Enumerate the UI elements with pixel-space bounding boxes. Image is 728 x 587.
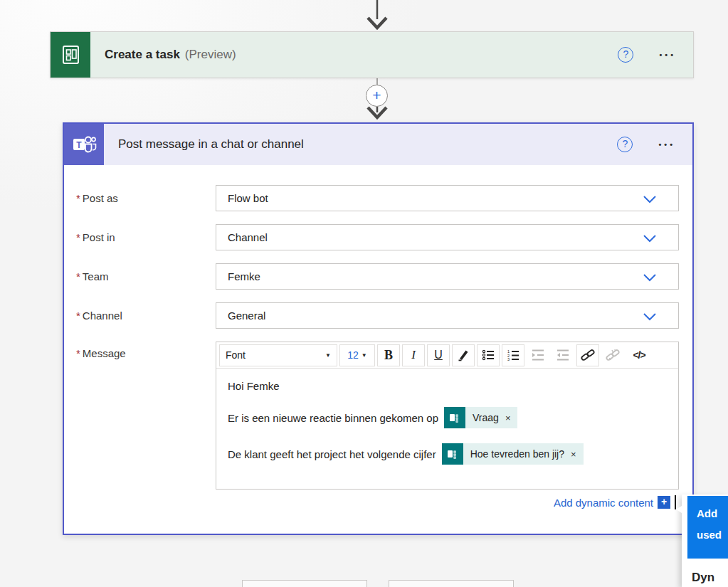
field-label-message: *Message: [76, 347, 204, 359]
unlink-icon: [606, 349, 620, 361]
more-options-icon[interactable]: •••: [658, 140, 675, 149]
post-in-dropdown[interactable]: Channel: [216, 224, 679, 250]
arrow-down-icon: [368, 18, 386, 28]
teaching-callout: Add used: [687, 496, 728, 559]
bullet-list-icon: [482, 349, 495, 361]
outdent-icon: [556, 349, 569, 361]
preview-badge: (Preview): [185, 48, 236, 62]
arrow-down-icon: [368, 107, 386, 117]
indent-button[interactable]: [527, 344, 549, 366]
required-marker: *: [76, 347, 80, 359]
caret-down-icon: ▼: [325, 352, 331, 359]
dropdown-value: Femke: [228, 270, 260, 282]
post-as-dropdown[interactable]: Flow bot: [216, 185, 679, 211]
highlight-pen-button[interactable]: [452, 344, 475, 366]
more-options-icon[interactable]: •••: [659, 51, 676, 59]
message-editor[interactable]: Font ▼ 12 ▼ B I U: [216, 342, 679, 490]
field-label-channel: *Channel: [76, 302, 204, 329]
font-size-value: 12: [347, 349, 359, 361]
numbered-list-button[interactable]: 1 2 3: [502, 344, 524, 366]
required-marker: *: [76, 270, 80, 282]
bottom-button-right[interactable]: [389, 580, 514, 587]
forms-icon: [444, 407, 465, 428]
planner-action-card[interactable]: Create a task (Preview) ? •••: [50, 31, 694, 78]
remove-tag-icon[interactable]: ×: [571, 449, 576, 460]
message-line-3-text: De klant geeft het project het volgende …: [228, 448, 436, 460]
team-dropdown[interactable]: Femke: [216, 263, 679, 290]
bullet-list-button[interactable]: [477, 344, 500, 366]
insert-step-button[interactable]: +: [366, 85, 388, 107]
tag-label: Vraag: [473, 412, 499, 423]
required-marker: *: [76, 231, 80, 243]
flyout-heading: Dyn: [692, 571, 714, 585]
rte-toolbar: Font ▼ 12 ▼ B I U: [216, 342, 678, 369]
link-button[interactable]: [576, 344, 599, 366]
card-title: Post message in a chat or channel: [118, 124, 304, 165]
chevron-down-icon: [643, 273, 657, 282]
card-title: Create a task: [105, 48, 180, 62]
forms-icon: [442, 443, 463, 465]
dropdown-value: Channel: [228, 231, 268, 243]
dynamic-content-tag-cijfer[interactable]: Hoe tevreden ben jij? ×: [442, 443, 584, 465]
numbered-list-icon: 1 2 3: [507, 349, 519, 361]
font-family-value: Font: [226, 349, 246, 361]
planner-icon: [51, 32, 90, 78]
chevron-down-icon: [643, 195, 657, 203]
dynamic-content-tag-vraag[interactable]: Vraag ×: [444, 407, 517, 428]
font-size-dropdown[interactable]: 12 ▼: [339, 344, 375, 366]
flow-designer-canvas: Create a task (Preview) ? ••• + T Post m…: [0, 0, 728, 587]
chevron-down-icon: [643, 234, 657, 243]
callout-notch: [676, 502, 687, 517]
svg-text:3: 3: [507, 357, 510, 361]
caret-down-icon: ▼: [362, 352, 367, 359]
message-body[interactable]: Hoi Femke Er is een nieuwe reactie binne…: [216, 369, 678, 466]
font-family-dropdown[interactable]: Font ▼: [219, 344, 337, 366]
outdent-button[interactable]: [552, 344, 574, 366]
tag-label: Hoe tevreden ben jij?: [470, 448, 564, 460]
channel-dropdown[interactable]: General: [216, 302, 679, 329]
link-icon: [581, 349, 595, 361]
add-dynamic-content-plus-button[interactable]: +: [658, 496, 670, 509]
message-line-1: Hoi Femke: [228, 380, 667, 392]
teams-icon: T: [64, 124, 104, 165]
required-marker: *: [76, 192, 80, 204]
pen-icon: [457, 349, 470, 361]
bottom-button-left[interactable]: [242, 580, 367, 587]
dropdown-value: Flow bot: [228, 192, 268, 204]
field-label-team: *Team: [76, 263, 204, 290]
remove-tag-icon[interactable]: ×: [505, 413, 511, 423]
teams-card-header[interactable]: T Post message in a chat or channel ? ••…: [64, 124, 692, 165]
svg-text:T: T: [76, 140, 82, 150]
indent-icon: [532, 349, 544, 361]
callout-text-line-2: used: [697, 529, 728, 541]
add-dynamic-content-link[interactable]: Add dynamic content: [554, 497, 653, 509]
required-marker: *: [76, 310, 80, 322]
message-line-2-text: Er is een nieuwe reactie binnen gekomen …: [228, 412, 438, 424]
italic-button[interactable]: I: [402, 344, 425, 366]
dropdown-value: General: [228, 310, 265, 322]
underline-button[interactable]: U: [427, 344, 450, 366]
help-icon[interactable]: ?: [618, 47, 633, 63]
code-view-button[interactable]: </>: [626, 344, 652, 366]
field-label-post-in: *Post in: [76, 224, 204, 250]
callout-text-line-1: Add: [697, 507, 728, 519]
bold-button[interactable]: B: [377, 344, 400, 366]
chevron-down-icon: [643, 312, 657, 321]
teams-action-card[interactable]: T Post message in a chat or channel ? ••…: [63, 122, 694, 535]
message-line-2: Er is een nieuwe reactie binnen gekomen …: [228, 407, 667, 428]
planner-card-title: Create a task (Preview): [105, 32, 236, 78]
message-line-3: De klant geeft het project het volgende …: [228, 443, 667, 465]
field-label-post-as: *Post as: [76, 185, 204, 211]
unlink-button[interactable]: [601, 344, 624, 366]
help-icon[interactable]: ?: [617, 137, 633, 152]
